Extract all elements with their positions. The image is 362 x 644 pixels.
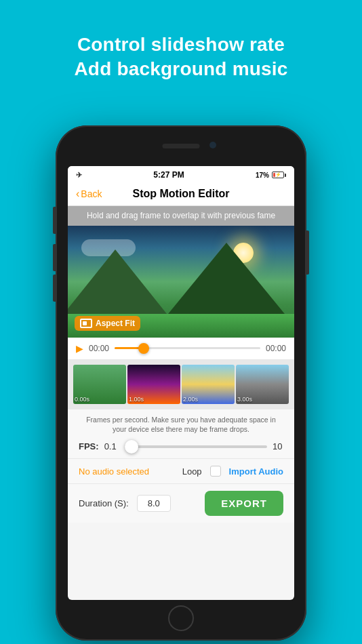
battery-body: ⚡ (272, 172, 284, 178)
fps-max-value: 10 (273, 441, 283, 451)
play-button[interactable]: ▶ (76, 343, 83, 354)
fps-hint-text: Frames per second. Make sure you have ad… (86, 416, 276, 434)
video-mountain-right (165, 243, 287, 317)
frame-2[interactable]: 2.00s (182, 365, 235, 404)
current-time: 00:00 (89, 344, 109, 353)
battery-bolt-icon: ⚡ (275, 172, 281, 178)
loop-checkbox[interactable] (210, 466, 221, 477)
aspect-fit-icon (80, 319, 92, 328)
status-time: 5:27 PM (153, 170, 184, 180)
frame-3-label: 3.00s (237, 396, 252, 403)
back-chevron-icon: ‹ (76, 188, 79, 200)
playback-bar: ▶ 00:00 00:00 (68, 338, 294, 359)
header-text: Control slideshow rate Add background mu… (0, 33, 362, 82)
back-label: Back (81, 188, 102, 199)
progress-track[interactable] (115, 347, 260, 349)
audio-row: No audio selected Loop Import Audio (68, 458, 294, 483)
phone-device: ✈ 5:27 PM 17% ⚡ ‹ Back Stop Motion Ed (56, 125, 306, 641)
battery-tip (285, 174, 286, 177)
duration-label: Duration (S): (79, 498, 129, 508)
fps-row: FPS: 0.1 10 (68, 437, 294, 458)
nav-bar: ‹ Back Stop Motion Editor (68, 182, 294, 206)
export-row: Duration (S): EXPORT (68, 483, 294, 523)
frame-0[interactable]: 0.00s (73, 365, 126, 404)
phone-camera (209, 142, 216, 148)
fps-hint: Frames per second. Make sure you have ad… (68, 409, 294, 437)
battery-icon: ⚡ (272, 172, 286, 178)
duration-input[interactable] (137, 495, 171, 512)
frame-1-label: 1.00s (129, 396, 144, 403)
phone-home-button[interactable] (168, 605, 194, 631)
fps-slider-thumb[interactable] (125, 440, 138, 454)
frame-3[interactable]: 3.00s (236, 365, 289, 404)
frame-1[interactable]: 1.00s (127, 365, 180, 404)
export-button[interactable]: EXPORT (205, 491, 283, 516)
hint-bar: Hold and drag frame to overlap it with p… (68, 206, 294, 226)
header-line2: Add background music (0, 57, 362, 81)
no-audio-label: No audio selected (79, 466, 149, 477)
timeline-frames: 0.00s 1.00s 2.00s 3.00s (68, 365, 294, 404)
fps-label: FPS: (79, 441, 99, 451)
fps-min-value: 0.1 (104, 441, 119, 451)
total-time: 00:00 (266, 344, 286, 353)
status-left: ✈ (76, 171, 82, 180)
timeline-area[interactable]: 0.00s 1.00s 2.00s 3.00s (68, 359, 294, 409)
video-preview[interactable]: Aspect Fit (68, 226, 294, 338)
progress-thumb[interactable] (138, 343, 149, 354)
airplane-icon: ✈ (76, 171, 82, 180)
video-mountain-left (68, 249, 169, 317)
aspect-fit-button[interactable]: Aspect Fit (75, 316, 140, 331)
status-right: 17% ⚡ (256, 172, 286, 179)
header-line1: Control slideshow rate (0, 33, 362, 57)
hint-text: Hold and drag frame to overlap it with p… (87, 211, 275, 220)
back-button[interactable]: ‹ Back (76, 188, 102, 200)
nav-title: Stop Motion Editor (132, 188, 229, 200)
phone-speaker (163, 144, 200, 148)
frame-0-label: 0.00s (75, 396, 89, 403)
frame-2-label: 2.00s (183, 396, 198, 403)
phone-screen: ✈ 5:27 PM 17% ⚡ ‹ Back Stop Motion Ed (68, 166, 294, 600)
aspect-fit-label: Aspect Fit (96, 319, 135, 328)
status-bar: ✈ 5:27 PM 17% ⚡ (68, 166, 294, 182)
battery-percent: 17% (256, 172, 269, 179)
loop-label: Loop (182, 466, 202, 477)
fps-slider[interactable] (125, 445, 267, 448)
import-audio-button[interactable]: Import Audio (229, 466, 283, 477)
